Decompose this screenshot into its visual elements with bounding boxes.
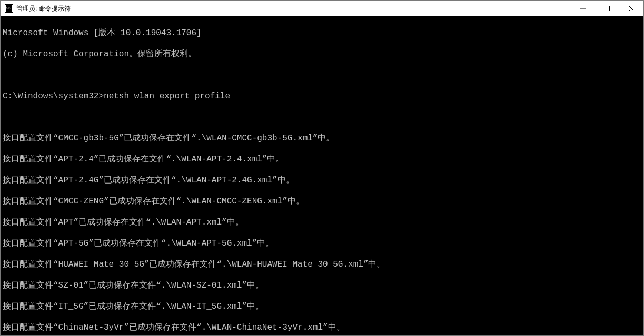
result-line: 接口配置文件“SZ-01”已成功保存在文件“.\WLAN-SZ-01.xml”中… — [3, 280, 641, 291]
prompt-path: C:\Windows\system32> — [3, 91, 104, 101]
header-line-1: Microsoft Windows [版本 10.0.19043.1706] — [3, 28, 641, 38]
window-titlebar[interactable]: C:\ 管理员: 命令提示符 — [1, 1, 643, 16]
result-line: 接口配置文件“APT-2.4G”已成功保存在文件“.\WLAN-APT-2.4G… — [3, 175, 641, 186]
blank-line — [3, 70, 641, 80]
blank-line — [3, 186, 641, 196]
blank-line — [3, 112, 641, 123]
blank-line — [3, 291, 641, 301]
minimize-button[interactable] — [571, 1, 595, 16]
result-line: 接口配置文件“APT-2.4”已成功保存在文件“.\WLAN-APT-2.4.x… — [3, 154, 641, 165]
result-line: 接口配置文件“APT-5G”已成功保存在文件“.\WLAN-APT-5G.xml… — [3, 238, 641, 249]
header-line-2: (c) Microsoft Corporation。保留所有权利。 — [3, 49, 641, 59]
blank-line — [3, 207, 641, 217]
result-line: 接口配置文件“IT_5G”已成功保存在文件“.\WLAN-IT_5G.xml”中… — [3, 301, 641, 312]
terminal-output[interactable]: Microsoft Windows [版本 10.0.19043.1706] (… — [1, 16, 643, 335]
result-line: 接口配置文件“CMCC-ZENG”已成功保存在文件“.\WLAN-CMCC-ZE… — [3, 196, 641, 207]
blank-line — [3, 270, 641, 280]
blank-line — [3, 312, 641, 322]
blank-line — [3, 165, 641, 175]
svg-rect-5 — [605, 6, 610, 11]
result-line: 接口配置文件“CMCC-gb3b-5G”已成功保存在文件“.\WLAN-CMCC… — [3, 133, 641, 144]
maximize-button[interactable] — [595, 1, 619, 16]
result-line: 接口配置文件“APT”已成功保存在文件“.\WLAN-APT.xml”中。 — [3, 217, 641, 228]
blank-line — [3, 228, 641, 238]
close-button[interactable] — [619, 1, 643, 16]
prompt-line-1: C:\Windows\system32>netsh wlan export pr… — [3, 91, 641, 101]
result-line: 接口配置文件“HUAWEI Mate 30 5G”已成功保存在文件“.\WLAN… — [3, 259, 641, 270]
blank-line — [3, 333, 641, 335]
blank-line — [3, 249, 641, 259]
app-icon: C:\ — [5, 4, 13, 13]
prompt-command: netsh wlan export profile — [104, 91, 230, 101]
svg-text:C:\: C:\ — [6, 6, 11, 9]
result-line: 接口配置文件“ChinaNet-3yVr”已成功保存在文件“.\WLAN-Chi… — [3, 322, 641, 333]
window-title: 管理员: 命令提示符 — [16, 4, 71, 13]
blank-line — [3, 144, 641, 154]
